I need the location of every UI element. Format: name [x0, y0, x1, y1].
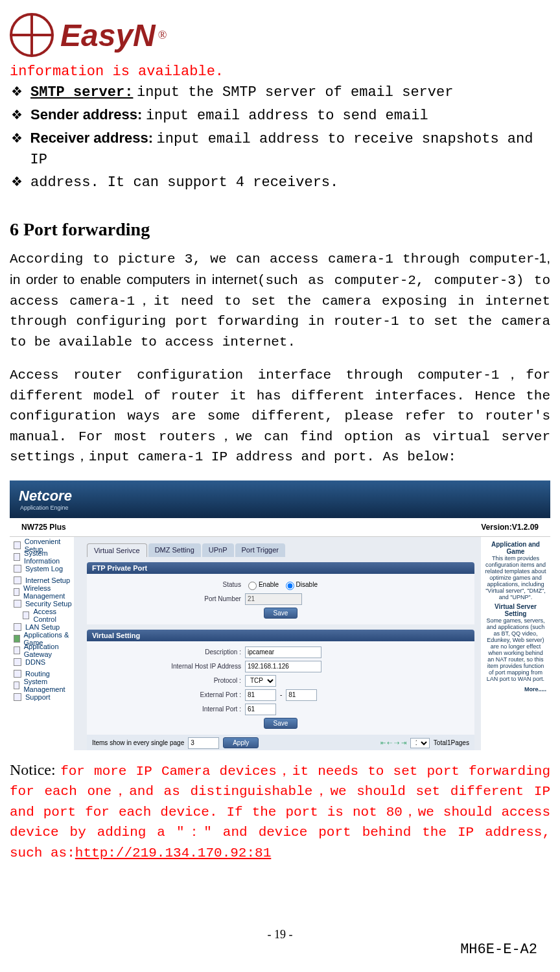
- tab-port-trigger[interactable]: Port Trigger: [235, 543, 285, 557]
- notice-link[interactable]: http://219.134.170.92:81: [75, 846, 271, 860]
- router-sidebar: Convenient Setup System Information Syst…: [10, 537, 74, 750]
- diamond-bullet-icon: ❖: [10, 82, 30, 101]
- tab-upnp[interactable]: UPnP: [202, 543, 234, 557]
- paragraph-2: Access router configuration interface th…: [10, 365, 550, 468]
- bullet-desc: address. It can support 4 receivers.: [30, 173, 338, 193]
- status-label: Status: [92, 581, 245, 588]
- router-brand-sub: Application Engine: [20, 504, 72, 511]
- page-select[interactable]: 1: [410, 738, 430, 748]
- sidebar-item[interactable]: System Information: [10, 551, 74, 563]
- extport-to-input[interactable]: [286, 689, 317, 701]
- nav-arrows-icon[interactable]: ⇤ ⇠ ⇢ ⇥: [380, 739, 406, 746]
- port-number-label: Port Number: [92, 595, 245, 602]
- protocol-select[interactable]: TCP: [245, 675, 276, 687]
- right-title-1: Application and Game: [485, 541, 546, 555]
- notice-prefix: Notice:: [10, 761, 60, 778]
- items-show-label: Items show in every single page: [92, 739, 184, 746]
- bullet-label: Sender address:: [30, 106, 142, 123]
- internal-port-label: Internal Port :: [92, 705, 245, 713]
- router-version: Version:V1.2.09: [481, 523, 539, 532]
- bullet-label: SMTP server:: [30, 84, 133, 101]
- save-button[interactable]: Save: [264, 608, 298, 619]
- router-header: Netcore Application Engine: [10, 480, 550, 518]
- status-disable-radio[interactable]: [286, 582, 294, 590]
- description-label: Description :: [92, 648, 245, 656]
- paragraph-1: According to picture 3, we can access ca…: [10, 248, 550, 353]
- router-screenshot: Netcore Application Engine NW725 Plus Ve…: [10, 480, 550, 750]
- sidebar-item[interactable]: Application Gateway: [10, 645, 74, 656]
- right-text-1: This item provides configuration items a…: [485, 555, 546, 600]
- logo-reg: ®: [158, 29, 167, 42]
- logo: EasyN ®: [10, 13, 550, 57]
- section-ftp: FTP Private Port: [87, 562, 474, 574]
- sidebar-subitem[interactable]: Access Control: [10, 610, 74, 621]
- external-port-label: External Port :: [92, 691, 245, 698]
- logo-mark-icon: [10, 13, 54, 57]
- bullet-receiver: ❖ Receiver address: input email address …: [10, 128, 550, 171]
- router-right-panel: Application and Game This item provides …: [481, 537, 550, 750]
- tab-virtual-service[interactable]: Virtual Serivce: [87, 543, 147, 557]
- protocol-label: Protocol :: [92, 677, 245, 684]
- total-pages-label: Total1Pages: [434, 739, 469, 746]
- save-button-2[interactable]: Save: [264, 718, 298, 729]
- intro-red-line: information is available.: [10, 64, 550, 80]
- router-topbar: NW725 Plus Version:V1.2.09: [10, 518, 550, 537]
- status-enable-radio[interactable]: [248, 582, 257, 590]
- diamond-bullet-icon: ❖: [10, 172, 30, 191]
- logo-text: EasyN: [60, 18, 156, 53]
- extport-from-input[interactable]: [245, 689, 276, 701]
- internal-host-input[interactable]: [245, 661, 321, 672]
- bullet-desc: input email address to send email: [146, 108, 428, 124]
- sidebar-item[interactable]: System Management: [10, 680, 74, 691]
- bullet-sender: ❖ Sender address: input email address to…: [10, 105, 550, 126]
- doc-code: MH6E-E-A2: [460, 942, 537, 958]
- description-input[interactable]: [245, 646, 321, 658]
- items-per-page-input[interactable]: [188, 737, 219, 749]
- diamond-bullet-icon: ❖: [10, 129, 30, 147]
- section-virtual: Virtual Setting: [87, 630, 474, 641]
- section-heading: 6 Port forwarding: [10, 219, 550, 240]
- bullet-label: Receiver address:: [30, 130, 154, 146]
- more-link[interactable]: More.....: [485, 686, 546, 693]
- bullet-smtp: ❖ SMTP server: input the SMTP server of …: [10, 82, 550, 103]
- sidebar-item[interactable]: Wireless Management: [10, 586, 74, 598]
- internal-host-label: Internal Host IP Address: [92, 663, 245, 670]
- notice-paragraph: Notice: for more IP Camera devices，it ne…: [10, 758, 550, 864]
- router-main: Virtual Serivce DMZ Setting UPnP Port Tr…: [74, 537, 481, 750]
- bullet-desc: input the SMTP server of email server: [137, 84, 453, 101]
- diamond-bullet-icon: ❖: [10, 106, 30, 124]
- router-brand: Netcore: [19, 488, 72, 504]
- right-text-2: Some games, servers, and applications (s…: [485, 617, 546, 682]
- tab-dmz[interactable]: DMZ Setting: [148, 543, 201, 557]
- intport-input[interactable]: [245, 704, 276, 715]
- bullet-cont: ❖ address. It can support 4 receivers.: [10, 172, 550, 193]
- apply-button[interactable]: Apply: [223, 737, 259, 748]
- router-model: NW725 Plus: [21, 523, 66, 532]
- page-number: - 19 -: [10, 928, 550, 942]
- right-title-2: Virtual Server Setting: [485, 603, 546, 617]
- port-number-input[interactable]: [245, 593, 302, 605]
